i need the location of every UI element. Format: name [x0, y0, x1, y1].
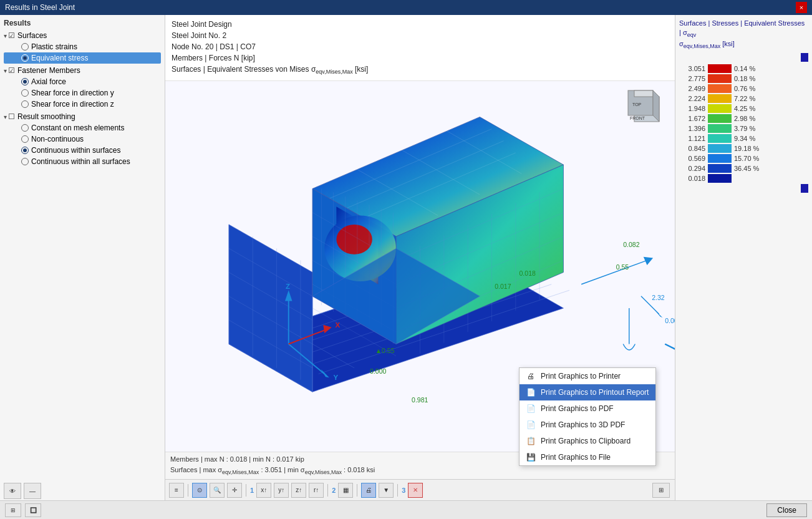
legend-row-7: 1.121 9.34 %	[679, 134, 808, 143]
context-menu-item-3dpdf[interactable]: 📄 Print Graphics to 3D PDF	[520, 417, 655, 433]
radio-non-continuous[interactable]	[21, 135, 29, 143]
svg-text:2.32: 2.32	[652, 294, 665, 301]
legend-value-2: 2.499	[679, 85, 705, 92]
plastic-strains-label: Plastic strains	[31, 42, 77, 51]
legend-value-1: 2.775	[679, 75, 705, 82]
toolbar-dropdown-btn[interactable]: ▼	[379, 483, 394, 498]
svg-marker-19	[229, 225, 312, 392]
toolbar-btn-zoom[interactable]: 🔍	[210, 483, 225, 498]
radio-continuous-surfaces[interactable]	[21, 147, 29, 154]
legend-pct-2: 0.76 %	[734, 85, 755, 92]
svg-line-76	[581, 260, 647, 284]
tree-item-axial-force[interactable]: Axial force	[4, 76, 161, 87]
context-menu-clipboard-label: Print Graphics to Clipboard	[541, 437, 631, 445]
toolbar-btn-y[interactable]: y↑	[274, 483, 289, 498]
legend-value-4: 1.948	[679, 105, 705, 112]
tree-item-result-smoothing[interactable]: ▾ ☐ Result smoothing	[4, 111, 161, 122]
toolbar-btn-r[interactable]: r↑	[309, 483, 324, 498]
toolbar-btn-x[interactable]: x↑	[256, 483, 271, 498]
legend-row-6: 1.396 3.79 %	[679, 124, 808, 133]
viewport-info: Steel Joint Design Steel Joint No. 2 Nod…	[165, 15, 675, 81]
toolbar-btn-orbit[interactable]: ⊙	[192, 483, 207, 498]
tree-item-surfaces[interactable]: ▾ ☑ Surfaces	[4, 30, 161, 41]
tree-item-shear-y[interactable]: Shear force in direction y	[4, 87, 161, 99]
radio-plastic-strains[interactable]	[21, 43, 29, 51]
context-menu-printer-label: Print Graphics to Printer	[541, 372, 621, 381]
tree-item-continuous-all[interactable]: Continuous within all surfaces	[4, 156, 161, 167]
radio-continuous-all[interactable]	[21, 158, 29, 165]
context-menu-item-file[interactable]: 💾 Print Graphics to File	[520, 449, 655, 465]
radio-equivalent-stress[interactable]	[21, 54, 29, 62]
context-menu-3dpdf-label: Print Graphics to 3D PDF	[541, 420, 625, 429]
eye-button[interactable]: 👁	[4, 483, 21, 499]
legend-value-0: 3.051	[679, 65, 705, 72]
non-continuous-label: Non-continuous	[31, 135, 84, 143]
header-line4: Members | Forces N [kip]	[172, 52, 669, 64]
bottom-toolbar-btn1[interactable]: ⊞	[5, 503, 21, 517]
results-header: Results	[4, 19, 161, 27]
printer-icon: 🖨	[526, 371, 536, 381]
toolbar-number-1: 1	[250, 487, 254, 494]
expand-arrow: ▾	[4, 32, 7, 39]
toolbar-btn-z[interactable]: z↑	[291, 483, 306, 498]
radio-constant-mesh[interactable]	[21, 124, 29, 132]
main-container: Results ▾ ☑ Surfaces Plastic strains Equ…	[0, 15, 812, 519]
radio-shear-z[interactable]	[21, 100, 29, 108]
legend-row-2: 2.499 0.76 %	[679, 84, 808, 93]
tree-item-non-continuous[interactable]: Non-continuous	[4, 133, 161, 145]
tree-item-fastener-members[interactable]: ▾ ☑ Fastener Members	[4, 65, 161, 76]
tree-item-equivalent-stress[interactable]: Equivalent stress	[4, 52, 161, 64]
close-button[interactable]: Close	[766, 503, 807, 517]
toolbar-btn-print[interactable]: 🖨	[361, 483, 376, 498]
svg-text:▲0.55: ▲0.55	[375, 347, 395, 354]
legend-pct-5: 2.98 %	[734, 115, 755, 122]
legend-color-0	[708, 64, 732, 73]
radio-shear-y[interactable]	[21, 89, 29, 97]
window-close-button[interactable]: ×	[796, 2, 807, 13]
legend-color-1	[708, 74, 732, 83]
header-line1: Steel Joint Design	[172, 19, 669, 30]
toolbar-btn-grid[interactable]: ▦	[338, 483, 353, 498]
legend-color-11	[708, 174, 732, 183]
radio-axial-force[interactable]	[21, 78, 29, 85]
checkbox-smoothing[interactable]: ☐	[8, 112, 15, 121]
toolbar-btn-right1[interactable]: ⊞	[652, 483, 670, 498]
window-title: Results in Steel Joint	[5, 3, 75, 12]
context-menu-item-pdf[interactable]: 📄 Print Graphics to PDF	[520, 400, 655, 417]
tree-item-plastic-strains[interactable]: Plastic strains	[4, 41, 161, 52]
separator4	[357, 484, 357, 497]
shear-y-label: Shear force in direction y	[31, 89, 114, 97]
dash-button[interactable]: —	[24, 483, 41, 499]
toolbar-btn-close[interactable]: ✕	[408, 483, 423, 498]
legend-value-9: 0.569	[679, 155, 705, 162]
tree-item-constant-mesh[interactable]: Constant on mesh elements	[4, 122, 161, 133]
context-menu-item-printer[interactable]: 🖨 Print Graphics to Printer	[520, 368, 655, 384]
legend-value-8: 0.845	[679, 145, 705, 152]
context-menu-item-clipboard[interactable]: 📋 Print Graphics to Clipboard	[520, 433, 655, 449]
expand-arrow-smoothing: ▾	[4, 114, 7, 120]
surfaces-label: Surfaces	[17, 31, 47, 40]
legend-value-5: 1.672	[679, 115, 705, 122]
legend-color-3	[708, 94, 732, 103]
fastener-members-label: Fastener Members	[17, 66, 80, 75]
continuous-surfaces-label: Continuous within surfaces	[31, 146, 120, 155]
toolbar-btn-1[interactable]: ≡	[169, 483, 184, 498]
legend-color-8	[708, 144, 732, 153]
svg-line-81	[665, 344, 675, 362]
tree-item-continuous-surfaces[interactable]: Continuous within surfaces	[4, 145, 161, 156]
tree-item-shear-z[interactable]: Shear force in direction z	[4, 99, 161, 110]
legend-value-6: 1.396	[679, 125, 705, 132]
legend-color-10	[708, 164, 732, 173]
equivalent-stress-label: Equivalent stress	[31, 54, 88, 62]
context-menu-item-printout[interactable]: 📄 Print Graphics to Printout Report	[520, 384, 655, 400]
legend-row-0: 3.051 0.14 %	[679, 64, 808, 73]
bottom-toolbar-btn2[interactable]: 🔲	[25, 503, 41, 517]
toolbar-btn-pan[interactable]: ✛	[227, 483, 242, 498]
checkbox-surfaces[interactable]: ☑	[8, 31, 15, 40]
svg-text:0.018: 0.018	[520, 269, 536, 277]
legend-row-3: 2.224 7.22 %	[679, 94, 808, 103]
legend-pct-9: 15.70 %	[734, 155, 759, 162]
checkbox-fastener[interactable]: ☑	[8, 66, 15, 75]
legend-table: 3.051 0.14 % 2.775 0.18 % 2.499 0.76 %	[679, 64, 808, 183]
legend-row-10: 0.294 36.45 %	[679, 164, 808, 173]
